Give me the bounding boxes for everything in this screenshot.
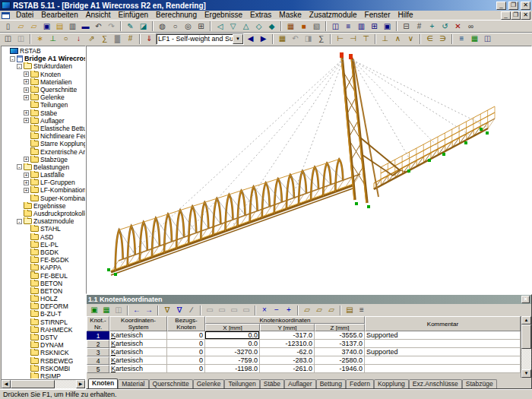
expand-icon[interactable]: + [24, 71, 29, 77]
tab-material[interactable]: Material [118, 379, 148, 388]
collapse-icon[interactable]: - [17, 219, 22, 224]
cell-bezug[interactable]: 0 [167, 340, 205, 348]
tree-item-zusatzmodule[interactable]: -Zusatzmodule [2, 217, 85, 225]
tree-horizontal-scrollbar[interactable]: ◀ ▶ [2, 379, 85, 388]
expand-icon[interactable]: + [24, 118, 29, 123]
cell-y[interactable]: -62.0 [260, 348, 315, 356]
undo-icon[interactable]: ↶ [92, 21, 105, 32]
tree-item-elastische-bettungen[interactable]: Elastische Bettungen [2, 125, 85, 132]
support-edit-icon[interactable]: ⊥ [378, 33, 391, 44]
next-table-icon[interactable]: → [143, 305, 155, 315]
tab-stabz-ge[interactable]: Stabzüge [462, 379, 497, 388]
cell-x[interactable]: 0.0 [205, 331, 260, 340]
load-case-icon[interactable]: ⇓ [143, 33, 156, 44]
member-select-icon[interactable]: ⊤ [359, 33, 372, 44]
view-1-icon[interactable]: ▭ [204, 305, 216, 315]
load-symbols-icon[interactable]: ↓ [72, 33, 85, 44]
menu-item-extras[interactable]: Extras [246, 11, 275, 20]
move-node-icon[interactable]: + [426, 21, 439, 32]
isometric-view-icon[interactable]: ◇ [252, 21, 265, 32]
eccentricity-icon[interactable]: ∈ [423, 33, 436, 44]
calc-icon[interactable]: ∑ [315, 33, 328, 44]
table-hide-icon[interactable]: ◫ [14, 33, 27, 44]
cell-bezug[interactable]: 0 [167, 331, 205, 340]
tree-item-deform[interactable]: DEFORM [2, 302, 85, 310]
tree-item-rsknick[interactable]: RSKNICK [2, 349, 85, 356]
shadow-icon[interactable]: ▓ [111, 33, 124, 44]
cell-system[interactable]: Kartesisch [109, 331, 167, 340]
cell-bezug[interactable]: 0 [167, 365, 205, 373]
expand-icon[interactable]: + [24, 87, 29, 93]
print-icon[interactable]: ▥ [66, 21, 79, 32]
child-minimize-button[interactable]: _ [501, 11, 511, 20]
table-vertical-scrollbar[interactable]: ▲ ▼ [521, 316, 531, 378]
table-link-icon[interactable]: ◫ [112, 305, 125, 315]
table-close-icon[interactable]: ✕ [521, 296, 530, 303]
tile-vertical-icon[interactable]: ▥ [355, 21, 368, 32]
release-edit-icon[interactable]: ∨ [404, 33, 417, 44]
menu-item-fenster[interactable]: Fenster [361, 11, 394, 20]
tree-item-fe-beul[interactable]: FE-BEUL [2, 271, 85, 279]
next-load-case-icon[interactable]: ▶ [257, 33, 270, 44]
tree-item-stabz-ge[interactable]: +Stabzüge [2, 156, 85, 163]
pan-icon[interactable]: ◍ [156, 21, 169, 32]
cell-y[interactable]: -261.0 [260, 365, 315, 373]
new-file-icon[interactable]: ▯ [2, 21, 14, 32]
project-manager-icon[interactable]: ▤ [53, 21, 66, 32]
copy-block-icon[interactable]: ▱ [325, 305, 337, 315]
save-icon[interactable]: ▣ [40, 21, 53, 32]
tree-item-stahl[interactable]: STAHL [2, 225, 85, 233]
tree-item-lf-kombinationen[interactable]: +LF-Kombinationen [2, 186, 85, 194]
copy-row-icon[interactable]: ▱ [301, 305, 313, 315]
expand-icon[interactable]: + [24, 180, 29, 185]
section-display-icon[interactable]: ∑ [98, 33, 111, 44]
row-header-cell[interactable]: 5 [87, 365, 109, 373]
split-window-icon[interactable]: ⊞ [368, 21, 381, 32]
tree-item-asd[interactable]: ASD [2, 233, 85, 241]
perspective-view-icon[interactable]: ◆ [265, 21, 278, 32]
cell-z[interactable]: -2580.0 [315, 356, 365, 365]
cell-system[interactable]: Kartesisch [109, 340, 167, 348]
cell-x[interactable]: -759.0 [205, 356, 260, 365]
prev-table-icon[interactable]: ← [131, 305, 143, 315]
tab-teilungen[interactable]: Teilungen [224, 379, 259, 388]
filter-selected-icon[interactable]: ∇ [173, 305, 185, 315]
tile-horizontal-icon[interactable]: ≡ [342, 21, 355, 32]
cell-y[interactable]: -283.0 [260, 356, 315, 365]
zoom-in-icon[interactable]: ◎ [182, 21, 195, 32]
graphic-view-icon[interactable]: ▦ [100, 305, 112, 315]
zoom-window-icon[interactable]: ⊞ [195, 21, 207, 32]
tree-item-beton[interactable]: BETON [2, 287, 85, 295]
tree-item-dynam[interactable]: DYNAM [2, 341, 85, 349]
tree-item-ergebnisse[interactable]: Ergebnisse [2, 202, 85, 210]
view-4-icon[interactable]: ▭ [240, 305, 252, 315]
load-case-dropdown[interactable]: LF1 - Self-weight and Superst ▼ [156, 33, 244, 45]
3d-viewport[interactable] [86, 46, 532, 294]
expand-icon[interactable]: + [24, 95, 29, 100]
child-restore-button[interactable]: ❐ [511, 11, 521, 20]
row-header-cell[interactable]: 1 [87, 331, 109, 340]
tree-item-ausdruckprotokolle[interactable]: Ausdruckprotokolle [2, 210, 85, 217]
cell-kommentar[interactable] [365, 356, 521, 365]
cell-z[interactable]: -3137.0 [315, 340, 365, 348]
cell-system[interactable]: Kartesisch [109, 348, 167, 356]
tree-item-knoten[interactable]: +Knoten [2, 71, 85, 78]
minimize-button[interactable]: _ [496, 2, 506, 10]
ole-link-icon[interactable]: ◫ [481, 33, 494, 44]
tree-item-el-pl[interactable]: EL-PL [2, 241, 85, 249]
menu-item-ansicht[interactable]: Ansicht [82, 11, 115, 20]
view-2-icon[interactable]: ▭ [216, 305, 228, 315]
tab-auflager[interactable]: Auflager [284, 379, 316, 388]
tree-item-fe-bgdk[interactable]: FE-BGDK [2, 256, 85, 264]
regenerate-icon[interactable]: ↺ [439, 21, 451, 32]
cell-x[interactable]: 0.0 [205, 340, 260, 348]
cell-bezug[interactable]: 0 [167, 348, 205, 356]
open-file-icon[interactable]: ▱ [14, 21, 27, 32]
manual-icon[interactable]: ▬ [79, 21, 92, 32]
tree-item-stirnpl[interactable]: STIRNPL [2, 318, 85, 326]
menu-item-einf-gen[interactable]: Einfügen [115, 11, 152, 20]
expand-icon[interactable]: + [24, 79, 29, 84]
tree-item-rstab[interactable]: RSTAB [2, 47, 85, 55]
filter-nodes-icon[interactable]: ∇ [161, 305, 173, 315]
cell-kommentar[interactable]: Supported [365, 331, 521, 340]
